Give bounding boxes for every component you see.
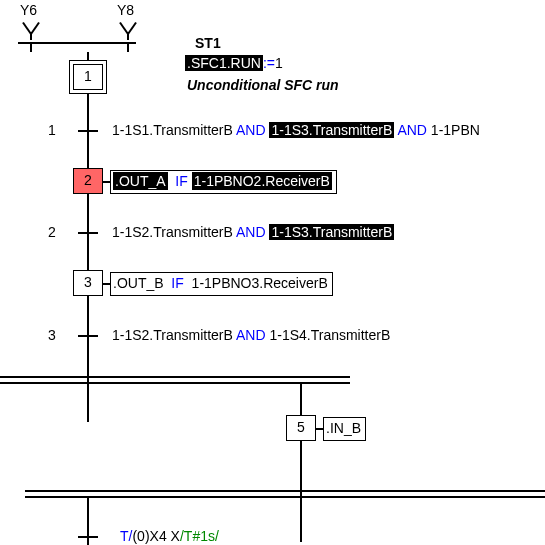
step-number: 5 xyxy=(297,419,305,435)
line xyxy=(18,42,136,44)
action-3-out: .OUT_B xyxy=(113,275,164,291)
step-number: 3 xyxy=(84,274,92,290)
action-3-cond: 1-1PBNO3.ReceiverB xyxy=(192,275,328,291)
action-5[interactable]: .IN_B xyxy=(323,417,366,441)
header-assign: .SFC1.RUN:=1 xyxy=(185,55,283,71)
action-5-out: .IN_B xyxy=(326,420,361,436)
antenna-icon xyxy=(119,20,137,38)
step-number: 1 xyxy=(84,68,92,84)
line xyxy=(30,42,32,52)
line xyxy=(103,181,110,183)
header-comment: Unconditional SFC run xyxy=(187,77,339,93)
if-keyword: IF xyxy=(175,173,187,189)
transition-2-num: 2 xyxy=(48,224,56,240)
transition-3-tick xyxy=(78,335,98,337)
step-3[interactable]: 3 xyxy=(73,270,103,296)
line xyxy=(127,42,129,52)
assign-op: := xyxy=(263,55,275,71)
rail xyxy=(87,52,89,422)
step-2[interactable]: 2 xyxy=(73,168,103,194)
step-number: 2 xyxy=(84,172,92,188)
if-keyword: IF xyxy=(171,275,183,291)
label-y8: Y8 xyxy=(117,2,134,18)
action-3[interactable]: .OUT_B IF 1-1PBNO3.ReceiverB xyxy=(110,272,333,296)
line xyxy=(25,490,545,492)
header-st: ST1 xyxy=(195,35,221,51)
rail-left-short xyxy=(87,382,89,422)
transition-3-expr: 1-1S2.TransmitterB AND 1-1S4.Transmitter… xyxy=(112,327,390,343)
transition-2-expr: 1-1S2.TransmitterB AND 1-1S3.Transmitter… xyxy=(112,224,394,240)
footer-expr: T/(0)X4 X/T#1s/ xyxy=(120,528,219,544)
line xyxy=(0,382,350,384)
line xyxy=(103,283,110,285)
line xyxy=(25,496,545,498)
transition-1-expr: 1-1S1.TransmitterB AND 1-1S3.Transmitter… xyxy=(112,122,480,138)
line xyxy=(0,376,350,378)
line xyxy=(316,428,323,430)
transition-1-tick xyxy=(78,130,98,132)
action-2[interactable]: .OUT_A IF 1-1PBNO2.ReceiverB xyxy=(110,170,337,194)
rail-right xyxy=(300,382,302,542)
transition-2-tick xyxy=(78,232,98,234)
antenna-icon xyxy=(22,20,40,38)
label-y6: Y6 xyxy=(20,2,37,18)
transition-3-num: 3 xyxy=(48,327,56,343)
step-5[interactable]: 5 xyxy=(286,415,316,441)
action-2-out: .OUT_A xyxy=(113,172,168,190)
transition-1-num: 1 xyxy=(48,122,56,138)
transition-tick xyxy=(78,536,98,538)
action-2-cond: 1-1PBNO2.ReceiverB xyxy=(192,172,332,190)
sfc-diagram: Y6 Y8 ST1 .SFC1.RUN:=1 Unconditional SFC… xyxy=(0,0,545,545)
step-1[interactable]: 1 xyxy=(69,60,107,94)
assign-rhs: 1 xyxy=(275,55,283,71)
assign-lhs: .SFC1.RUN xyxy=(185,55,263,71)
